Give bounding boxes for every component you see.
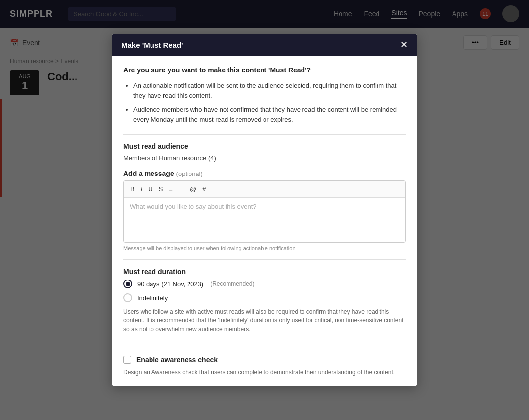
bullet-2: Audience members who have not confirmed … [133, 105, 406, 124]
modal-close-button[interactable]: ✕ [400, 40, 408, 49]
modal-dialog: Make 'Must Read' ✕ Are you sure you want… [112, 34, 417, 386]
unordered-list-button[interactable]: ≡ [166, 184, 175, 194]
strikethrough-button[interactable]: S [156, 184, 166, 194]
hashtag-button[interactable]: # [200, 184, 208, 194]
divider-3 [123, 342, 406, 342]
underline-button[interactable]: U [146, 184, 155, 194]
message-editor: B I U S ≡ ≣ @ # What would you like to s… [123, 180, 406, 243]
duration-option-indefinitely[interactable]: Indefinitely [123, 293, 406, 302]
modal-header: Make 'Must Read' ✕ [112, 34, 417, 56]
divider-2 [123, 259, 406, 260]
message-optional: (optional) [176, 170, 203, 177]
radio-indefinitely-label: Indefinitely [137, 294, 168, 302]
bold-button[interactable]: B [128, 184, 137, 194]
awareness-row: Enable awareness check [123, 356, 406, 364]
mention-button[interactable]: @ [188, 184, 199, 194]
recommended-badge: (Recommended) [210, 280, 254, 287]
message-label-row: Add a message (optional) [123, 170, 406, 177]
divider-1 [123, 134, 406, 135]
awareness-label: Enable awareness check [136, 356, 218, 364]
duration-options: 90 days (21 Nov, 2023) (Recommended) Ind… [123, 280, 406, 302]
audience-value: Members of Human resource (4) [123, 154, 406, 162]
modal-bullets: An actionable notification will be sent … [123, 81, 406, 124]
radio-90days-label: 90 days (21 Nov, 2023) [137, 280, 203, 288]
radio-indefinitely[interactable] [123, 293, 132, 302]
awareness-checkbox[interactable] [123, 356, 131, 364]
editor-hint: Message will be displayed to user when f… [123, 245, 406, 251]
editor-toolbar: B I U S ≡ ≣ @ # [124, 181, 405, 198]
duration-option-90days[interactable]: 90 days (21 Nov, 2023) (Recommended) [123, 280, 406, 288]
ordered-list-button[interactable]: ≣ [176, 184, 187, 194]
duration-section-title: Must read duration [123, 268, 406, 276]
italic-button[interactable]: I [138, 184, 145, 194]
modal-title: Make 'Must Read' [121, 41, 183, 49]
modal-question: Are you sure you want to make this conte… [123, 66, 406, 74]
awareness-description: Design an Awareness check that users can… [123, 368, 406, 377]
duration-note: Users who follow a site with active must… [123, 307, 406, 334]
awareness-section: Enable awareness check Design an Awarene… [123, 350, 406, 377]
audience-section-title: Must read audience [123, 142, 406, 150]
radio-90days[interactable] [123, 280, 132, 288]
bullet-1: An actionable notification will be sent … [133, 81, 406, 100]
message-label: Add a message [123, 170, 174, 177]
message-textarea[interactable]: What would you like to say about this ev… [124, 198, 405, 242]
modal-body: Are you sure you want to make this conte… [112, 56, 417, 386]
